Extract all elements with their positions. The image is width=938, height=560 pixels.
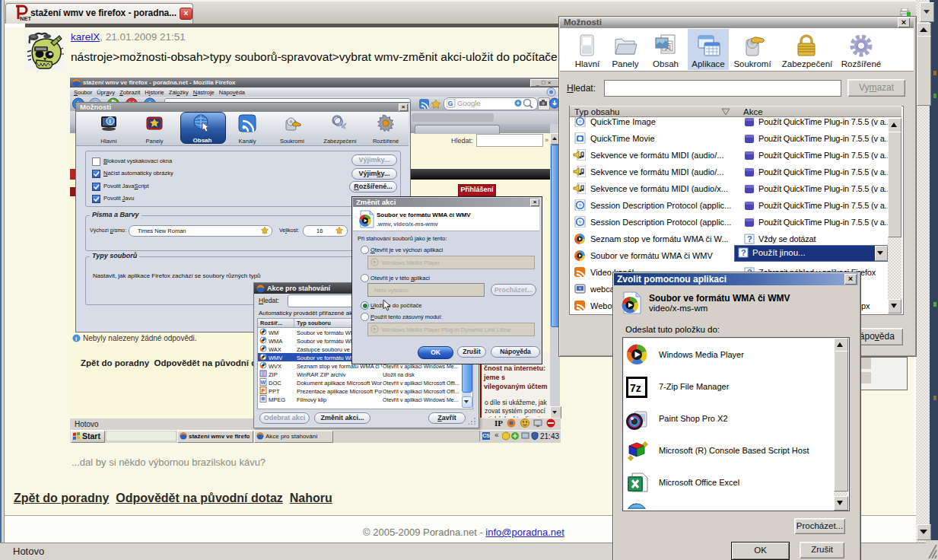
svg-text:?: ? bbox=[747, 234, 752, 243]
svg-text:W: W bbox=[261, 380, 266, 385]
svg-text:P: P bbox=[262, 388, 266, 393]
svg-text:NET: NET bbox=[20, 15, 31, 21]
svg-text:7z: 7z bbox=[630, 382, 641, 394]
svg-text:G: G bbox=[448, 100, 453, 107]
svg-text:?: ? bbox=[741, 248, 746, 257]
svg-text:i: i bbox=[75, 336, 77, 342]
svg-text:i: i bbox=[110, 118, 111, 125]
